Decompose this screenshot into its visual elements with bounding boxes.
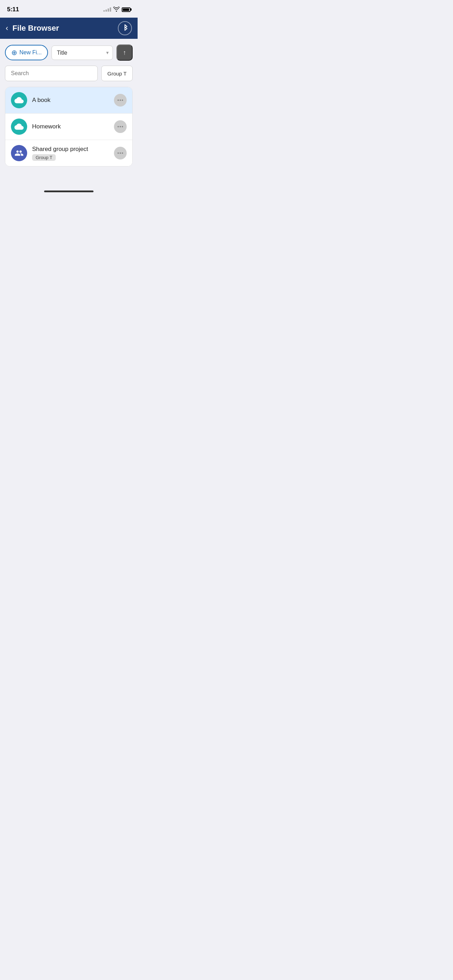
cloud-icon <box>11 92 27 108</box>
plus-icon: ⊕ <box>11 49 17 56</box>
search-input[interactable] <box>5 65 98 81</box>
list-item[interactable]: A book <box>5 87 132 114</box>
group-filter-button[interactable]: Group T <box>101 65 133 81</box>
status-time: 5:11 <box>7 6 19 13</box>
more-dot <box>122 99 123 101</box>
file-info: Homework <box>32 123 109 130</box>
list-item[interactable]: Homework <box>5 114 132 140</box>
status-icons <box>103 7 130 13</box>
home-indicator <box>0 186 138 195</box>
sort-select[interactable]: Title Name Date Size <box>51 46 113 60</box>
page-title: File Browser <box>12 24 59 33</box>
more-dot <box>119 126 121 127</box>
signal-icon <box>103 7 111 12</box>
file-name: A book <box>32 97 109 104</box>
more-dot <box>122 126 123 127</box>
bluetooth-button[interactable] <box>118 21 132 35</box>
status-bar: 5:11 <box>0 0 138 18</box>
more-dot <box>118 99 119 101</box>
new-file-label: New Fi... <box>19 49 41 56</box>
header: ‹ File Browser <box>0 18 138 39</box>
bluetooth-icon <box>122 24 128 33</box>
search-row: Group T <box>5 65 133 81</box>
file-list: A book Homework <box>5 87 133 167</box>
sort-direction-button[interactable]: ↑ <box>116 45 133 60</box>
main-content: ⊕ New Fi... Title Name Date Size ▾ ↑ Gro… <box>0 39 138 172</box>
group-icon <box>11 145 27 161</box>
battery-icon <box>122 7 130 12</box>
more-options-button[interactable] <box>114 94 127 107</box>
more-options-button[interactable] <box>114 147 127 159</box>
more-dot <box>118 126 119 127</box>
more-dot <box>119 99 121 101</box>
wifi-icon <box>113 7 119 13</box>
more-options-button[interactable] <box>114 120 127 133</box>
sort-arrow-icon: ↑ <box>123 49 126 56</box>
file-name: Homework <box>32 123 109 130</box>
file-info: A book <box>32 97 109 104</box>
home-bar <box>44 191 94 192</box>
file-info: Shared group project Group T <box>32 146 109 161</box>
more-dot <box>119 153 121 154</box>
sort-select-container: Title Name Date Size ▾ <box>51 46 113 60</box>
more-dot <box>118 153 119 154</box>
new-file-button[interactable]: ⊕ New Fi... <box>5 45 48 60</box>
cloud-icon <box>11 119 27 135</box>
more-dot <box>122 153 123 154</box>
file-name: Shared group project <box>32 146 109 153</box>
list-item[interactable]: Shared group project Group T <box>5 140 132 166</box>
file-tag: Group T <box>32 154 56 161</box>
toolbar: ⊕ New Fi... Title Name Date Size ▾ ↑ <box>5 45 133 60</box>
back-button[interactable]: ‹ <box>6 24 8 33</box>
